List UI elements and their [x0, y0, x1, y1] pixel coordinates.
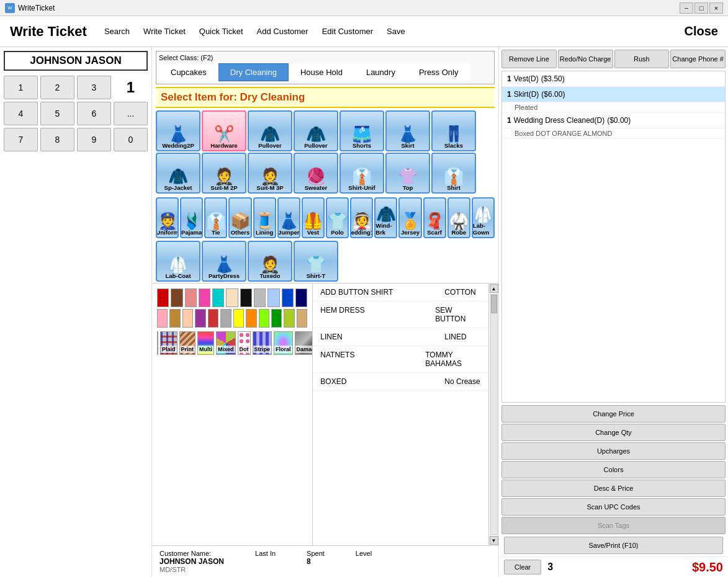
color-red[interactable]	[157, 288, 169, 307]
color-orange[interactable]	[246, 309, 256, 328]
numpad-8[interactable]: 8	[40, 128, 74, 151]
numpad-2[interactable]: 2	[40, 76, 74, 99]
nav-add-customer[interactable]: Add Customer	[257, 27, 308, 36]
fabric-print[interactable]: Print	[179, 331, 196, 355]
class-item-laundry[interactable]: Laundry	[354, 63, 407, 81]
maximize-button[interactable]: □	[694, 2, 708, 14]
item-pullover-orange[interactable]: 🧥 Pullover	[294, 110, 338, 151]
item-others[interactable]: 📦 Others	[228, 197, 251, 238]
item-lining[interactable]: 🧵 Lining	[253, 197, 276, 238]
color-yellow[interactable]	[233, 309, 244, 328]
nav-quick-ticket[interactable]: Quick Ticket	[199, 27, 243, 36]
nav-close[interactable]: Close	[685, 24, 718, 38]
color-silver[interactable]	[220, 309, 231, 328]
nav-edit-customer[interactable]: Edit Customer	[322, 27, 373, 36]
color-cream[interactable]	[226, 288, 238, 307]
color-purple[interactable]	[195, 309, 205, 328]
scroll-thumb[interactable]	[491, 295, 497, 313]
item-jersey[interactable]: 🏅 Jersey	[398, 197, 421, 238]
class-item-press-only[interactable]: Press Only	[407, 63, 470, 81]
color-green[interactable]	[271, 309, 282, 328]
item-tuxedo[interactable]: 🤵 Tuxedo	[248, 241, 292, 282]
option-hem-dress[interactable]: HEM DRESS SEW BUTTON	[313, 302, 488, 328]
color-peach[interactable]	[182, 309, 193, 328]
item-hardware[interactable]: ✂️ Hardware	[202, 110, 246, 151]
scroll-up-arrow[interactable]: ▲	[490, 284, 498, 293]
class-item-dry-cleaning[interactable]: Dry Cleaning	[218, 63, 289, 81]
color-lime[interactable]	[259, 309, 269, 328]
option-add-button-shirt[interactable]: ADD BUTTON SHIRT COTTON	[313, 284, 488, 302]
numpad-5[interactable]: 5	[40, 102, 74, 125]
item-shirt[interactable]: 👔 Shirt	[431, 153, 476, 194]
numpad-9[interactable]: 9	[77, 128, 111, 151]
fabric-damage[interactable]: Damage	[295, 331, 313, 355]
minimize-button[interactable]: −	[680, 2, 693, 14]
remove-line-button[interactable]: Remove Line	[501, 50, 557, 68]
item-wind-brk[interactable]: 🧥 Wind-Brk	[374, 197, 397, 238]
color-navy[interactable]	[295, 288, 307, 307]
change-qty-button[interactable]: Change Qty	[501, 424, 726, 441]
option-boxed[interactable]: BOXED No Crease	[313, 373, 488, 391]
color-olive[interactable]	[284, 309, 294, 328]
fabric-multi[interactable]: Multi	[197, 331, 214, 355]
color-pink[interactable]	[199, 288, 210, 307]
numpad-7[interactable]: 7	[4, 128, 38, 151]
upcharges-button[interactable]: Upcharges	[501, 442, 726, 460]
item-wedding1p[interactable]: 👰 Wedding1P	[350, 197, 373, 238]
item-sp-jacket[interactable]: 🧥 Sp-Jacket	[156, 153, 200, 194]
item-jumper[interactable]: 👗 Jumper	[277, 197, 300, 238]
color-khaki[interactable]	[297, 309, 307, 328]
numpad-4[interactable]: 4	[4, 102, 38, 125]
item-tie[interactable]: 👔 Tie	[204, 197, 227, 238]
fabric-plaid[interactable]: Plaid	[160, 331, 178, 355]
item-suit-m2p[interactable]: 🤵 Suit-M 2P	[202, 153, 246, 194]
item-sweater[interactable]: 🧶 Sweater	[294, 153, 338, 194]
clear-button[interactable]: Clear	[504, 560, 541, 575]
nav-write-ticket[interactable]: Write Ticket	[143, 27, 186, 36]
item-top[interactable]: 👚 Top	[385, 153, 430, 194]
color-light-blue[interactable]	[267, 288, 279, 307]
item-scarf[interactable]: 🧣 Scarf	[423, 197, 446, 238]
color-gray[interactable]	[254, 288, 266, 307]
numpad-6[interactable]: 6	[77, 102, 111, 125]
color-brown[interactable]	[171, 288, 182, 307]
change-price-button[interactable]: Change Price	[501, 405, 726, 423]
fabric-dot[interactable]: Dot	[238, 331, 251, 355]
item-wedding2p[interactable]: 👗 Wedding2P	[156, 110, 200, 151]
nav-search[interactable]: Search	[104, 27, 130, 36]
item-uniform[interactable]: 👮 Uniform	[156, 197, 179, 238]
nav-save[interactable]: Save	[387, 27, 405, 36]
color-blue[interactable]	[282, 288, 294, 307]
class-item-cupcakes[interactable]: Cupcakes	[159, 63, 218, 81]
color-dark-red[interactable]	[208, 309, 218, 328]
item-suit-m3p[interactable]: 🤵 Suit-M 3P	[248, 153, 292, 194]
redo-no-charge-button[interactable]: Redo/No Charge	[558, 50, 613, 68]
close-window-button[interactable]: ×	[709, 2, 723, 14]
item-lab-coat[interactable]: 🥼 Lab-Coat	[156, 241, 200, 282]
numpad-0[interactable]: 0	[114, 128, 148, 151]
desc-price-button[interactable]: Desc & Price	[501, 480, 726, 497]
scan-tags-button[interactable]: Scan Tags	[501, 517, 726, 534]
item-party-dress[interactable]: 👗 PartyDress	[202, 241, 246, 282]
color-black[interactable]	[240, 288, 252, 307]
item-shorts[interactable]: 🩳 Shorts	[339, 110, 384, 151]
item-lab-gown[interactable]: 🥼 Lab-Gown	[472, 197, 495, 238]
numpad-3[interactable]: 3	[77, 76, 111, 99]
item-vest[interactable]: 🦺 Vest	[302, 197, 325, 238]
fabric-floral[interactable]: Floral	[274, 331, 293, 355]
option-linen[interactable]: LINEN LINED	[313, 328, 488, 346]
fabric-check[interactable]: Check	[157, 331, 158, 355]
color-light-pink[interactable]	[157, 309, 168, 328]
scan-upc-button[interactable]: Scan UPC Codes	[501, 498, 726, 516]
item-shirt-unif[interactable]: 👔 Shirt-Unif	[339, 153, 384, 194]
rush-button[interactable]: Rush	[614, 50, 670, 68]
option-natnets[interactable]: NATNETS TOMMY BAHAMAS	[313, 346, 488, 373]
color-salmon[interactable]	[185, 288, 197, 307]
colors-button[interactable]: Colors	[501, 461, 726, 478]
fabric-mixed[interactable]: Mixed	[216, 331, 236, 355]
item-pajama[interactable]: 🩱 Pajama	[180, 197, 203, 238]
item-polo[interactable]: 👕 Polo	[326, 197, 349, 238]
item-slacks[interactable]: 👖 Slacks	[431, 110, 476, 151]
numpad-1[interactable]: 1	[4, 76, 38, 99]
save-print-button[interactable]: Save/Print (F10)	[504, 537, 723, 554]
